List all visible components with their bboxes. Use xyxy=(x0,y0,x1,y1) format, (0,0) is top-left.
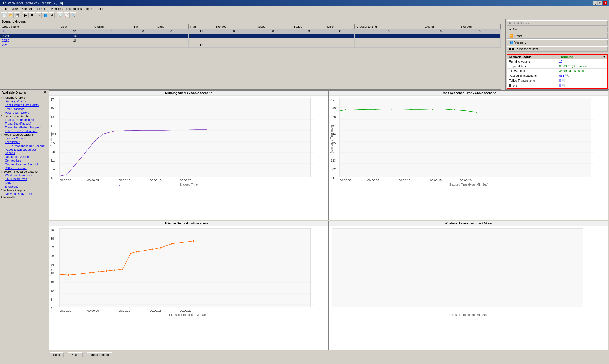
toolbar-btn-5[interactable]: ⏹ xyxy=(29,12,35,18)
row-gradual-3: 0 xyxy=(355,29,423,34)
menu-diagnostics[interactable]: Diagnostics xyxy=(65,7,84,11)
menu-view[interactable]: View xyxy=(10,7,20,11)
maximize-button[interactable]: □ xyxy=(598,1,602,5)
toolbar-open[interactable]: 📂 xyxy=(8,12,14,18)
tree-item-windows-resources[interactable]: Windows Resources xyxy=(1,173,47,177)
system-resource-label: System Resource Graphs xyxy=(3,170,38,173)
system-resource-expand-icon[interactable]: ⊟ xyxy=(1,170,3,173)
toolbar-btn-4[interactable]: ▶ xyxy=(23,12,29,18)
menu-tools[interactable]: Tools xyxy=(84,7,94,11)
ss-failed-trans-link[interactable]: 0 xyxy=(559,79,561,82)
tree-group-transaction[interactable]: ⊟ Transaction Graphs xyxy=(1,115,47,118)
table-row: 222:2 16 xyxy=(0,38,501,43)
group-name-222[interactable]: 222 xyxy=(0,43,59,48)
table-header-row: Group Name Down Pending Init Ready Run R… xyxy=(0,24,501,29)
ss-failed-search-icon[interactable]: 🔍 xyxy=(562,79,566,82)
tree-group-firewalls[interactable]: ⊞ Firewalls xyxy=(1,196,47,199)
svg-point-46 xyxy=(359,109,360,110)
ss-val-running-vusers[interactable]: 16 xyxy=(558,59,607,64)
svg-text:00:00:20: 00:00:20 xyxy=(180,179,191,182)
tree-item-retries[interactable]: Retries per Second xyxy=(1,155,47,159)
svg-text:Elapsed Time: Elapsed Time xyxy=(180,183,198,186)
row-r2c12 xyxy=(423,34,459,38)
tree-item-trans-sec-passed[interactable]: Trans/Sec (Passed) xyxy=(1,122,47,125)
tree-group-web-resource[interactable]: ⊟ Web Resource Graphs xyxy=(1,133,47,136)
tree-item-throughput[interactable]: Throughput xyxy=(1,140,47,144)
group-name-2221[interactable]: 222:1 xyxy=(0,34,59,38)
firewalls-expand-icon[interactable]: ⊞ xyxy=(1,196,3,199)
toolbar-save[interactable]: 💾 xyxy=(14,12,20,18)
menu-scenario[interactable]: Scenario xyxy=(20,7,35,11)
minimize-button[interactable]: _ xyxy=(593,1,598,5)
run-stop-vusers-button[interactable]: ▶⏹ Run/Stop Vusers... xyxy=(507,46,608,52)
web-resource-expand-icon[interactable]: ⊟ xyxy=(1,133,3,136)
ag-horizontal-scrollbar[interactable] xyxy=(0,354,48,358)
tree-item-http-responses[interactable]: HTTP Responses per Second xyxy=(1,144,47,148)
close-button[interactable]: × xyxy=(603,1,607,5)
transaction-graphs-label: Transaction Graphs xyxy=(3,115,29,118)
tree-item-pages-downloaded[interactable]: Pages Downloaded per Second xyxy=(1,148,47,155)
toolbar-btn-8[interactable]: 🖥 xyxy=(49,12,55,18)
row-pending-3: 0 xyxy=(91,29,132,34)
toolbar-btn-10[interactable]: 📈 xyxy=(64,12,70,18)
available-graphs-close[interactable]: ✕ xyxy=(44,91,46,94)
tree-item-network-delay[interactable]: Network Delay Time xyxy=(1,192,47,196)
tree-item-snmp[interactable]: SNMP xyxy=(1,181,47,185)
tree-group-network[interactable]: ⊟ Network Graphs xyxy=(1,189,47,192)
row-r2c6 xyxy=(188,34,214,38)
menu-results[interactable]: Results xyxy=(36,7,49,11)
ss-errors-search-icon[interactable]: 🔍 xyxy=(562,84,566,87)
tree-group-runtime[interactable]: ⊟ Runtime Graphs xyxy=(1,96,47,99)
menu-file[interactable]: File xyxy=(1,7,9,11)
tree-item-connections[interactable]: Connections xyxy=(1,159,47,162)
start-scenario-button[interactable]: ▶ Start Scenario xyxy=(507,20,608,26)
measurement-tab[interactable]: Measurement xyxy=(87,352,112,357)
reset-button[interactable]: ⏪ Reset xyxy=(507,33,608,39)
toolbar-new[interactable]: 📄 xyxy=(1,12,7,18)
ss-passed-trans-link[interactable]: 661 xyxy=(559,74,564,77)
group-name-3[interactable]: 3 xyxy=(0,29,59,34)
scenario-groups-table: Group Name Down Pending Init Ready Run R… xyxy=(0,24,501,48)
vusers-button[interactable]: 👥 Vusers... xyxy=(507,39,608,45)
tree-item-connections-per-second[interactable]: Connections per Second xyxy=(1,162,47,166)
tree-item-trans-sec-failed[interactable]: Trans/Sec (Failed,Stopped) xyxy=(1,125,47,129)
color-tab[interactable]: Color xyxy=(50,352,64,357)
transaction-expand-icon[interactable]: ⊟ xyxy=(1,115,3,118)
toolbar-btn-7[interactable]: 👥 xyxy=(42,12,48,18)
ss-val-elapsed-time[interactable]: 00:00:31 (hh:mm:ss) xyxy=(558,64,607,69)
ss-errors-link[interactable]: 0 xyxy=(559,84,561,87)
sg-scrollbar[interactable]: ▲ ▼ xyxy=(501,24,505,94)
stop-button[interactable]: ■ Stop xyxy=(507,27,608,32)
scale-tab[interactable]: Scale xyxy=(68,352,83,357)
col-rendez: Rendez xyxy=(214,24,254,29)
tree-group-system-resource[interactable]: ⊟ System Resource Graphs xyxy=(1,170,47,173)
tree-item-sitescope[interactable]: SiteScope xyxy=(1,185,47,189)
group-name-2222[interactable]: 222:2 xyxy=(0,38,59,43)
toolbar-btn-9[interactable]: 📊 xyxy=(57,12,63,18)
toolbar-btn-11[interactable]: 🔍 xyxy=(70,12,76,18)
ss-passed-search-icon[interactable]: 🔍 xyxy=(565,74,569,77)
tree-item-user-defined[interactable]: User Defined Data Points xyxy=(1,103,47,107)
runtime-expand-icon[interactable]: ⊟ xyxy=(1,96,3,99)
row-r2c7 xyxy=(214,34,254,38)
ss-val-hits-second[interactable]: 33.99 (last 60 sec) xyxy=(558,69,607,73)
hits-per-second-graph: Hits per Second - whole scenario 40 36 3… xyxy=(49,221,329,350)
toolbar-btn-6[interactable]: ↺ xyxy=(36,12,42,18)
scenario-groups-title: Scenario Groups xyxy=(0,19,505,24)
tree-item-running-vusers[interactable]: Running Vusers xyxy=(1,99,47,103)
tree-item-total-trans-sec[interactable]: Total Trans/Sec (Passed) xyxy=(1,129,47,133)
tree-item-vusers-errors[interactable]: Vusers with Errors xyxy=(1,111,47,115)
scroll-up-arrow[interactable]: ▲ xyxy=(502,24,504,27)
tree-item-trans-response[interactable]: Trans Response Time xyxy=(1,118,47,122)
svg-text:00:00:20: 00:00:20 xyxy=(180,309,191,312)
menu-help[interactable]: Help xyxy=(95,7,104,11)
tree-item-unix-resources[interactable]: UNIX Resources xyxy=(1,177,47,181)
table-row[interactable]: 222:1 16 xyxy=(0,34,501,38)
menu-monitors[interactable]: Monitors xyxy=(50,7,64,11)
network-expand-icon[interactable]: ⊟ xyxy=(1,189,3,192)
tree-item-hits-per-second[interactable]: Hits per Second xyxy=(1,136,47,140)
tree-item-error-statistics[interactable]: Error Statistics xyxy=(1,107,47,111)
svg-text:00:00:05: 00:00:05 xyxy=(87,309,99,312)
tree-item-ssl-per-second[interactable]: SSL per Second xyxy=(1,166,47,170)
minimize-status-button[interactable]: ▼ xyxy=(603,55,606,58)
